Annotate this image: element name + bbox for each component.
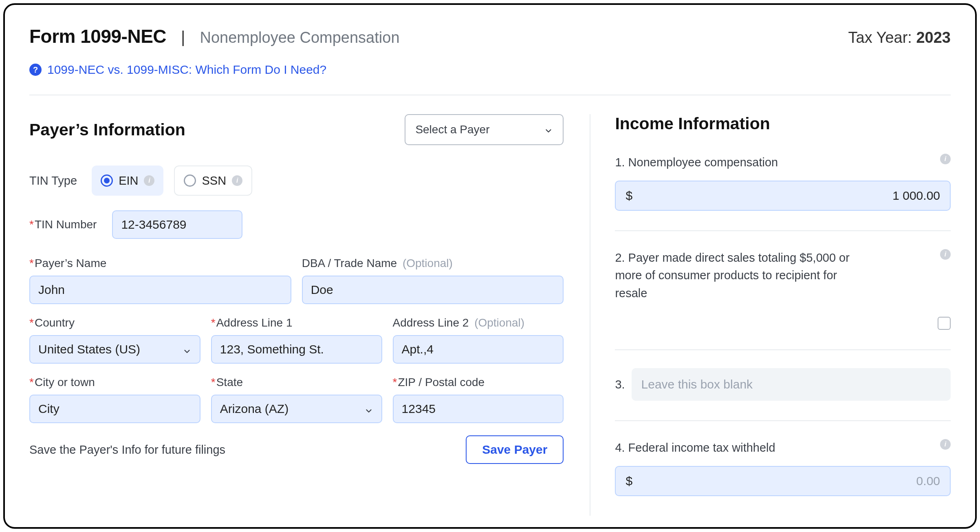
country-select[interactable]: United States (US) xyxy=(29,335,200,364)
address2-field: Address Line 2 (Optional) xyxy=(393,316,564,364)
info-icon[interactable]: i xyxy=(232,175,242,186)
income-box-2: 2. Payer made direct sales totaling $5,0… xyxy=(615,249,951,330)
radio-unselected-icon xyxy=(184,174,196,187)
info-icon[interactable]: i xyxy=(940,439,951,450)
income-divider xyxy=(615,349,951,350)
address1-label: Address Line 1 xyxy=(211,316,382,329)
tin-number-row: TIN Number xyxy=(29,210,564,239)
country-field: Country United States (US) xyxy=(29,316,200,364)
info-icon[interactable]: i xyxy=(940,249,951,260)
address-row-1: Country United States (US) Address Line … xyxy=(29,316,564,364)
payer-name-label: Payer’s Name xyxy=(29,257,291,270)
tin-type-label: TIN Type xyxy=(29,174,77,188)
address2-label-text: Address Line 2 xyxy=(393,316,469,329)
header-divider-line xyxy=(29,95,951,95)
country-value: United States (US) xyxy=(38,342,140,356)
info-icon[interactable]: i xyxy=(940,154,951,164)
income-section-title: Income Information xyxy=(615,114,951,133)
state-field: State Arizona (AZ) xyxy=(211,376,382,423)
income-box-4-label: 4. Federal income tax withheld xyxy=(615,439,775,457)
header-row: Form 1099-NEC | Nonemployee Compensation… xyxy=(29,25,951,47)
income-box-4-placeholder: 0.00 xyxy=(916,474,940,488)
income-box-2-label: 2. Payer made direct sales totaling $5,0… xyxy=(615,249,868,302)
currency-symbol: $ xyxy=(625,474,632,488)
state-select[interactable]: Arizona (AZ) xyxy=(211,395,382,423)
chevron-down-icon xyxy=(183,345,192,354)
save-payer-note: Save the Payer's Info for future filings xyxy=(29,443,225,457)
chevron-down-icon xyxy=(364,404,373,413)
income-box-4: 4. Federal income tax withheld i $ 0.00 xyxy=(615,439,951,496)
tin-type-ssn-label: SSN xyxy=(202,174,226,188)
zip-input[interactable] xyxy=(393,395,564,423)
dba-input[interactable] xyxy=(302,276,564,304)
income-box-1-input[interactable]: $ 1 000.00 xyxy=(615,181,951,211)
chevron-down-icon xyxy=(544,125,553,134)
dba-field: DBA / Trade Name (Optional) xyxy=(302,257,564,304)
tax-year-label: Tax Year: xyxy=(848,29,912,46)
city-field: City or town xyxy=(29,376,200,423)
income-divider xyxy=(615,230,951,231)
info-icon[interactable]: i xyxy=(144,175,154,186)
form-title: Form 1099-NEC xyxy=(29,25,166,47)
select-payer-placeholder: Select a Payer xyxy=(415,123,489,136)
income-box-1-value: 1 000.00 xyxy=(892,189,940,203)
payer-section-title: Payer’s Information xyxy=(29,120,185,139)
select-payer-dropdown[interactable]: Select a Payer xyxy=(405,114,564,145)
payer-section: Payer’s Information Select a Payer TIN T… xyxy=(29,114,564,516)
income-divider xyxy=(615,420,951,421)
income-section: Income Information 1. Nonemployee compen… xyxy=(590,114,951,516)
tin-number-label: TIN Number xyxy=(29,218,97,231)
city-input[interactable] xyxy=(29,395,200,423)
country-label: Country xyxy=(29,316,200,329)
payer-name-field: Payer’s Name xyxy=(29,257,291,304)
income-box-3-number: 3. xyxy=(615,378,625,391)
dba-label: DBA / Trade Name (Optional) xyxy=(302,257,564,270)
header-divider: | xyxy=(178,28,187,46)
income-box-4-input[interactable]: $ 0.00 xyxy=(615,466,951,496)
payer-section-header: Payer’s Information Select a Payer xyxy=(29,114,564,145)
address1-input[interactable] xyxy=(211,335,382,364)
income-box-1-label: 1. Nonemployee compensation xyxy=(615,154,778,172)
help-icon: ? xyxy=(29,64,42,76)
tin-type-ssn-radio[interactable]: SSN i xyxy=(174,166,252,196)
tin-number-input[interactable] xyxy=(112,210,242,239)
city-label: City or town xyxy=(29,376,200,389)
optional-tag: (Optional) xyxy=(474,316,524,329)
income-box-3-placeholder: Leave this box blank xyxy=(632,368,951,401)
tin-type-ein-radio[interactable]: EIN i xyxy=(92,166,163,196)
header-left: Form 1099-NEC | Nonemployee Compensation xyxy=(29,25,400,47)
zip-field: ZIP / Postal code xyxy=(393,376,564,423)
payer-name-input[interactable] xyxy=(29,276,291,304)
form-subtitle: Nonemployee Compensation xyxy=(200,29,399,46)
radio-selected-icon xyxy=(101,174,113,187)
help-row: ? 1099-NEC vs. 1099-MISC: Which Form Do … xyxy=(29,63,951,77)
income-box-1: 1. Nonemployee compensation i $ 1 000.00 xyxy=(615,154,951,211)
state-label: State xyxy=(211,376,382,389)
currency-symbol: $ xyxy=(625,189,632,203)
tax-year-value: 2023 xyxy=(916,29,951,46)
dba-label-text: DBA / Trade Name xyxy=(302,257,397,269)
income-box-2-checkbox[interactable] xyxy=(938,317,951,330)
zip-label: ZIP / Postal code xyxy=(393,376,564,389)
form-container: Form 1099-NEC | Nonemployee Compensation… xyxy=(3,3,977,529)
address1-field: Address Line 1 xyxy=(211,316,382,364)
optional-tag: (Optional) xyxy=(403,257,453,269)
address2-input[interactable] xyxy=(393,335,564,364)
save-payer-row: Save the Payer's Info for future filings… xyxy=(29,435,564,464)
tin-type-row: TIN Type EIN i SSN i xyxy=(29,166,564,196)
tax-year: Tax Year: 2023 xyxy=(848,29,951,46)
address2-label: Address Line 2 (Optional) xyxy=(393,316,564,329)
state-value: Arizona (AZ) xyxy=(220,402,288,416)
tin-type-ein-label: EIN xyxy=(119,174,138,188)
save-payer-button[interactable]: Save Payer xyxy=(466,435,564,464)
income-box-3: 3. Leave this box blank xyxy=(615,368,951,401)
help-link[interactable]: 1099-NEC vs. 1099-MISC: Which Form Do I … xyxy=(47,63,326,77)
address-row-2: City or town State Arizona (AZ) ZIP / Po… xyxy=(29,376,564,423)
columns: Payer’s Information Select a Payer TIN T… xyxy=(29,114,951,516)
name-row: Payer’s Name DBA / Trade Name (Optional) xyxy=(29,257,564,304)
